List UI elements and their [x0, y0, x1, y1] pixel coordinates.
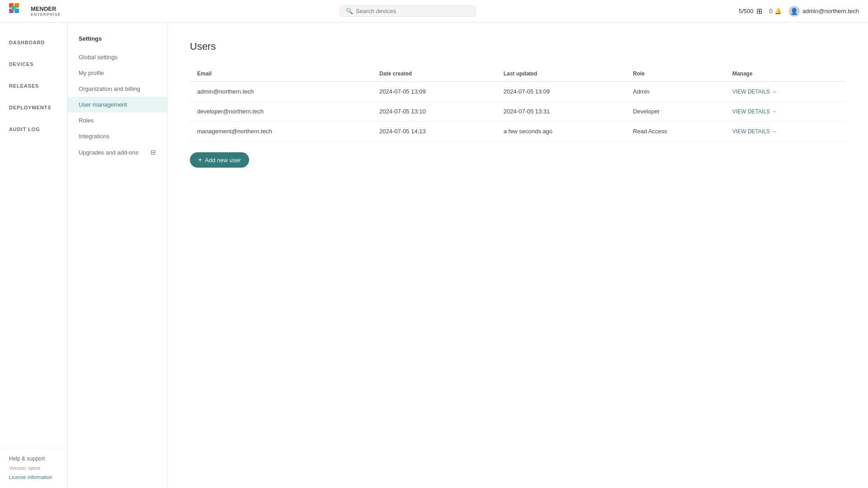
- user-avatar-icon: 👤: [789, 6, 800, 17]
- add-new-user-button[interactable]: + Add new user: [190, 152, 249, 168]
- settings-nav-org-billing[interactable]: Organization and billing: [68, 81, 167, 97]
- settings-nav-my-profile[interactable]: My profile: [68, 65, 167, 81]
- search-icon: 🔍: [346, 8, 353, 14]
- version-text: Version: latest: [9, 465, 58, 471]
- search-input[interactable]: [356, 8, 455, 14]
- device-count: 5/500 ⊞: [739, 7, 762, 15]
- help-support-link[interactable]: Help & support: [9, 455, 58, 462]
- users-table: Email Date created Last updated Role Man…: [190, 66, 845, 141]
- user-email: admin@northern.tech: [802, 8, 859, 14]
- settings-nav-user-management[interactable]: User management: [68, 97, 167, 113]
- main-layout: DASHBOARD DEVICES RELEASES DEPLOYMENTS A…: [0, 23, 868, 488]
- cell-date-created-2: 2024-07-05 14:13: [372, 122, 496, 141]
- settings-section-title: Settings: [68, 32, 167, 46]
- device-count-value: 5/500: [739, 8, 754, 14]
- logo-area: MENDER ENTERPRISE: [9, 3, 77, 19]
- cell-role-1: Developer: [626, 102, 725, 122]
- cell-manage-0: VIEW DETAILS →: [725, 82, 845, 102]
- table-row: admin@northern.tech 2024-07-05 13:09 202…: [190, 82, 845, 102]
- sidebar-item-dashboard[interactable]: DASHBOARD: [0, 32, 67, 53]
- add-user-label: Add new user: [205, 157, 241, 164]
- view-details-link-2[interactable]: VIEW DETAILS →: [732, 128, 777, 135]
- col-role: Role: [626, 66, 725, 82]
- cell-last-updated-2: a few seconds ago: [496, 122, 626, 141]
- view-details-link-0[interactable]: VIEW DETAILS →: [732, 89, 777, 95]
- settings-nav-upgrades[interactable]: Upgrades and add-ons ⊟: [68, 144, 167, 160]
- table-header: Email Date created Last updated Role Man…: [190, 66, 845, 82]
- cell-date-created-0: 2024-07-05 13:09: [372, 82, 496, 102]
- table-row: developer@northern.tech 2024-07-05 13:10…: [190, 102, 845, 122]
- sidebar-item-audit-log[interactable]: AUDIT LOG: [0, 118, 67, 140]
- header-right: 5/500 ⊞ 0 🔔 👤 admin@northern.tech: [739, 6, 859, 17]
- sidebar-item-releases[interactable]: RELEASES: [0, 75, 67, 97]
- sidebar-nav: DASHBOARD DEVICES RELEASES DEPLOYMENTS A…: [0, 32, 67, 448]
- cell-manage-1: VIEW DETAILS →: [725, 102, 845, 122]
- mender-logo: [9, 3, 27, 19]
- notification-bell-icon: 🔔: [774, 8, 782, 14]
- col-last-updated: Last updated: [496, 66, 626, 82]
- col-manage: Manage: [725, 66, 845, 82]
- page-title: Users: [190, 41, 845, 52]
- top-header: MENDER ENTERPRISE 🔍 5/500 ⊞ 0 🔔 👤 admin@…: [0, 0, 868, 23]
- table-row: management@northern.tech 2024-07-05 14:1…: [190, 122, 845, 141]
- license-information-link[interactable]: License information: [9, 474, 52, 480]
- left-sidebar: DASHBOARD DEVICES RELEASES DEPLOYMENTS A…: [0, 23, 68, 488]
- main-content: Users Email Date created Last updated Ro…: [167, 23, 868, 488]
- upgrades-icon: ⊟: [151, 149, 156, 156]
- col-date-created: Date created: [372, 66, 496, 82]
- cell-last-updated-0: 2024-07-05 13:09: [496, 82, 626, 102]
- sidebar-item-devices[interactable]: DEVICES: [0, 53, 67, 75]
- settings-nav-integrations[interactable]: Integrations: [68, 128, 167, 144]
- cell-role-2: Read Access: [626, 122, 725, 141]
- settings-nav-global[interactable]: Global settings: [68, 49, 167, 65]
- sidebar-footer: Help & support Version: latest License i…: [0, 448, 67, 488]
- cell-email-2: management@northern.tech: [190, 122, 372, 141]
- notification-count: 0: [769, 8, 773, 14]
- cell-role-0: Admin: [626, 82, 725, 102]
- settings-nav-roles[interactable]: Roles: [68, 113, 167, 128]
- search-bar-container: 🔍: [77, 5, 739, 17]
- table-body: admin@northern.tech 2024-07-05 13:09 202…: [190, 82, 845, 141]
- plus-icon: +: [198, 156, 202, 164]
- user-menu[interactable]: 👤 admin@northern.tech: [789, 6, 859, 17]
- cell-email-1: developer@northern.tech: [190, 102, 372, 122]
- sidebar-item-deployments[interactable]: DEPLOYMENTS: [0, 97, 67, 118]
- cell-last-updated-1: 2024-07-05 13:31: [496, 102, 626, 122]
- cell-email-0: admin@northern.tech: [190, 82, 372, 102]
- device-icon: ⊞: [756, 7, 762, 15]
- cell-manage-2: VIEW DETAILS →: [725, 122, 845, 141]
- search-bar[interactable]: 🔍: [340, 5, 476, 17]
- notification-area[interactable]: 0 🔔: [769, 8, 782, 14]
- svg-rect-4: [12, 6, 16, 10]
- col-email: Email: [190, 66, 372, 82]
- view-details-link-1[interactable]: VIEW DETAILS →: [732, 108, 777, 115]
- settings-sidebar: Settings Global settings My profile Orga…: [68, 23, 167, 488]
- cell-date-created-1: 2024-07-05 13:10: [372, 102, 496, 122]
